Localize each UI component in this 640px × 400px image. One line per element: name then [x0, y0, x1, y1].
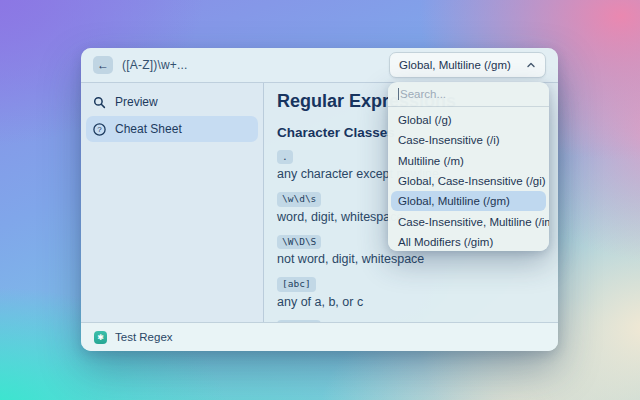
chevron-up-icon: [526, 61, 536, 69]
sidebar-item-label: Cheat Sheet: [115, 122, 182, 136]
modifier-select-value: Global, Multiline (/gm): [399, 59, 526, 71]
back-button[interactable]: ←: [93, 56, 113, 74]
dropdown-search-input[interactable]: Search...: [388, 82, 549, 107]
code-chip: \W\D\S: [277, 235, 321, 249]
status-bar: ✱ Test Regex: [81, 322, 558, 351]
asterisk-badge-icon: ✱: [94, 331, 107, 344]
search-placeholder: Search...: [400, 88, 446, 100]
dropdown-option-all-modifiers-gim[interactable]: All Modifiers (/gim): [388, 232, 549, 251]
modifier-dropdown-panel: Search... Global (/g)Case-Insensitive (/…: [388, 82, 549, 251]
cheatsheet-entry: [abc]any of a, b, or c: [277, 273, 558, 308]
entry-description: not word, digit, whitespace: [277, 252, 558, 266]
question-circle-icon: ?: [93, 123, 106, 136]
window-toolbar: ← ([A-Z])\w+... Global, Multiline (/gm): [81, 48, 558, 83]
dropdown-option-multiline-m[interactable]: Multiline (/m): [388, 151, 549, 171]
sidebar-item-cheat-sheet[interactable]: ?Cheat Sheet: [86, 116, 258, 142]
dropdown-option-case-insensitive-i[interactable]: Case-Insensitive (/i): [388, 130, 549, 150]
sidebar-item-label: Preview: [115, 95, 158, 109]
arrow-left-icon: ←: [97, 59, 109, 71]
code-chip: .: [277, 150, 293, 164]
magnifier-icon: [93, 96, 106, 109]
entry-description: any of a, b, or c: [277, 295, 558, 309]
sidebar-item-preview[interactable]: Preview: [86, 89, 258, 115]
modifier-select[interactable]: Global, Multiline (/gm): [389, 52, 546, 78]
dropdown-option-global-case-insensitive-gi[interactable]: Global, Case-Insensitive (/gi): [388, 171, 549, 191]
dropdown-option-case-insensitive-multiline-im[interactable]: Case-Insensitive, Multiline (/im): [388, 211, 549, 231]
dropdown-option-global-g[interactable]: Global (/g): [388, 110, 549, 130]
regex-pattern-text[interactable]: ([A-Z])\w+...: [122, 58, 188, 72]
text-cursor: [398, 88, 399, 100]
dropdown-options: Global (/g)Case-Insensitive (/i)Multilin…: [388, 107, 549, 251]
svg-text:?: ?: [97, 125, 102, 134]
app-title: Test Regex: [115, 331, 173, 343]
dropdown-option-global-multiline-gm[interactable]: Global, Multiline (/gm): [391, 191, 546, 211]
code-chip: \w\d\s: [277, 192, 321, 206]
code-chip: [abc]: [277, 277, 316, 291]
sidebar: Preview?Cheat Sheet: [81, 83, 264, 322]
